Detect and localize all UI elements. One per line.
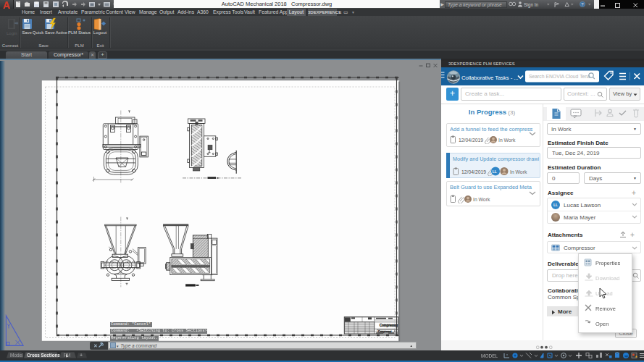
- svg-text:Model: Model: [10, 353, 23, 358]
- svg-text:Compressor: Compressor: [378, 329, 392, 332]
- svg-text:Open: Open: [595, 321, 609, 327]
- svg-text:12/04/2019: 12/04/2019: [461, 169, 486, 174]
- svg-text:Search ENOVIA Cloud Tena: Search ENOVIA Cloud Tena: [529, 74, 590, 79]
- svg-text:Properties: Properties: [595, 260, 620, 266]
- svg-text:Collaborative Tasks - ...: Collaborative Tasks - ...: [461, 75, 518, 81]
- svg-text:In Work: In Work: [473, 197, 490, 202]
- svg-text:Cross Sections: Cross Sections: [27, 353, 60, 358]
- svg-text:Compressor: Compressor: [380, 324, 398, 327]
- svg-text:Remove: Remove: [595, 306, 616, 312]
- svg-text:LL: LL: [493, 169, 497, 174]
- svg-text:MODEL: MODEL: [481, 353, 498, 358]
- svg-text:12/04/2019: 12/04/2019: [459, 138, 483, 143]
- svg-text:In Work: In Work: [498, 138, 516, 143]
- svg-text:In Work: In Work: [510, 169, 527, 174]
- svg-text:Sign In: Sign In: [524, 2, 539, 8]
- svg-text:Login: Login: [7, 31, 17, 35]
- svg-text:+: +: [80, 353, 83, 358]
- svg-text:Download: Download: [595, 275, 619, 282]
